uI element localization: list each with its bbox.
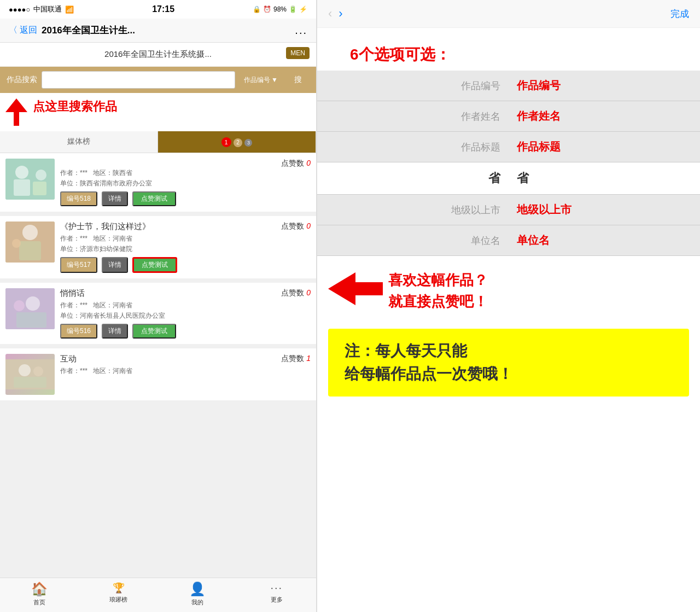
- work-thumbnail: [5, 288, 55, 329]
- option-left-label: 单位名: [328, 234, 517, 247]
- work-title: 《护士节，我们这样过》: [60, 222, 150, 232]
- svg-rect-17: [14, 377, 46, 388]
- bottom-tab-more[interactable]: ··· 更多: [237, 581, 317, 607]
- tab-bar: 媒体榜 1 2 3: [0, 131, 316, 153]
- option-row-province[interactable]: 省 省: [317, 162, 700, 195]
- work-info: 《护士节，我们这样过》 点赞数 0 作者：*** 地区：河南省 单位：济源市妇幼…: [60, 222, 311, 273]
- option-row-author-name[interactable]: 作者姓名 作者姓名: [317, 101, 700, 132]
- back-arrow[interactable]: ‹: [328, 7, 332, 21]
- detail-button[interactable]: 详情: [102, 191, 128, 206]
- like-button[interactable]: 点赞测试: [132, 324, 176, 339]
- menu-button[interactable]: MEN: [286, 47, 310, 59]
- nav-bar: 〈 返回 2016年全国卫生计生... ...: [0, 19, 316, 43]
- right-arrow-icon: [328, 272, 383, 305]
- work-item: 互动 点赞数 1 作者：*** 地区：河南省: [0, 348, 316, 400]
- done-button[interactable]: 完成: [670, 8, 689, 20]
- work-unit: 单位：济源市妇幼保健院: [60, 244, 311, 254]
- more-button[interactable]: ...: [295, 24, 307, 37]
- svg-point-9: [12, 239, 21, 248]
- work-item: 悄悄话 点赞数 0 作者：*** 地区：河南省 单位：河南省长垣县人民医院办公室…: [0, 283, 316, 344]
- work-actions: 编号517 详情 点赞测试: [60, 257, 311, 273]
- option-left-label: 地级以上市: [328, 203, 517, 217]
- like-button[interactable]: 点赞测试: [132, 191, 176, 206]
- search-label: 作品搜索: [7, 75, 37, 85]
- svg-point-12: [14, 300, 25, 311]
- bottom-tab-home[interactable]: 🏠 首页: [0, 581, 79, 607]
- works-list: 点赞数 0 作者：*** 地区：陕西省 单位：陕西省渭南市政府办公室 编号518…: [0, 153, 316, 578]
- like-button-highlighted[interactable]: 点赞测试: [132, 257, 177, 273]
- left-panel: ●●●●○ 中国联通 📶 17:15 🔒 ⏰ 98% 🔋 ⚡ 〈 返回 2016…: [0, 0, 317, 612]
- work-id-button[interactable]: 编号517: [60, 257, 97, 273]
- svg-rect-5: [33, 182, 46, 195]
- note-text: 注：每人每天只能 给每幅作品点一次赞哦！: [345, 340, 673, 386]
- work-actions: 编号516 详情 点赞测试: [60, 324, 311, 339]
- bottom-tab-profile[interactable]: 👤 我的: [158, 581, 237, 607]
- option-row-work-title[interactable]: 作品标题 作品标题: [317, 132, 700, 162]
- work-item: 《护士节，我们这样过》 点赞数 0 作者：*** 地区：河南省 单位：济源市妇幼…: [0, 216, 316, 278]
- detail-button[interactable]: 详情: [102, 324, 128, 339]
- note-section: 注：每人每天只能 给每幅作品点一次赞哦！: [328, 329, 689, 397]
- alarm-icon: ⏰: [263, 5, 271, 13]
- svg-rect-13: [16, 312, 46, 328]
- svg-rect-3: [14, 179, 30, 196]
- work-likes: 点赞数 0: [281, 288, 311, 301]
- battery-percent: 98%: [273, 5, 287, 13]
- nav-arrows: ‹ ›: [328, 7, 343, 21]
- work-author: 作者：*** 地区：河南省: [60, 234, 311, 243]
- bottom-tab-ranking[interactable]: 🏆 琅琊榜: [79, 581, 159, 607]
- option-left-label: 省: [328, 170, 517, 186]
- signal-dots: ●●●●○: [9, 5, 30, 14]
- home-icon: 🏠: [31, 581, 48, 597]
- svg-point-7: [22, 225, 38, 240]
- work-info: 互动 点赞数 1 作者：*** 地区：河南省: [60, 354, 311, 377]
- carrier-name: 中国联通: [33, 4, 62, 14]
- ranking-icon: 🏆: [113, 581, 125, 594]
- status-bar: ●●●●○ 中国联通 📶 17:15 🔒 ⏰ 98% 🔋 ⚡: [0, 0, 316, 19]
- status-left: ●●●●○ 中国联通 📶: [9, 4, 74, 14]
- right-content: 6个选项可选： 作品编号 作品编号 作者姓名 作者姓名 作品标题 作品标题 省: [317, 28, 700, 612]
- app-header: 2016年全国卫生计生系统摄... MEN: [0, 43, 316, 67]
- options-list: 作品编号 作品编号 作者姓名 作者姓名 作品标题 作品标题 省 省 地级以上市: [317, 71, 700, 256]
- work-item: 点赞数 0 作者：*** 地区：陕西省 单位：陕西省渭南市政府办公室 编号518…: [0, 153, 316, 212]
- option-row-work-id[interactable]: 作品编号 作品编号: [317, 71, 700, 101]
- options-title: 6个选项可选：: [334, 33, 684, 71]
- up-arrow-icon: [5, 98, 27, 126]
- svg-point-4: [36, 170, 46, 180]
- work-thumbnail: [5, 159, 55, 200]
- detail-button[interactable]: 详情: [102, 257, 128, 273]
- thumb-image-3: [5, 288, 55, 329]
- right-panel: ‹ › 完成 6个选项可选： 作品编号 作品编号 作者姓名 作者姓名: [317, 0, 700, 612]
- option-row-city[interactable]: 地级以上市 地级以上市: [317, 195, 700, 225]
- work-likes: 点赞数 1: [281, 354, 311, 366]
- time-display: 17:15: [152, 4, 174, 14]
- forward-arrow[interactable]: ›: [339, 7, 342, 21]
- work-author: 作者：*** 地区：陕西省: [60, 168, 311, 178]
- profile-icon: 👤: [189, 581, 206, 597]
- page-title: 2016年全国卫生计生...: [42, 24, 290, 37]
- back-button[interactable]: 〈 返回: [9, 25, 37, 36]
- charging-icon: ⚡: [299, 5, 307, 13]
- work-actions: 编号518 详情 点赞测试: [60, 191, 311, 206]
- tab-ranking[interactable]: 1 2 3: [158, 131, 316, 153]
- ranking-numbers: 1 2 3: [221, 137, 253, 146]
- tab-media-ranking[interactable]: 媒体榜: [0, 131, 158, 153]
- option-right-label: 作者姓名: [517, 109, 689, 124]
- svg-point-16: [33, 366, 43, 376]
- bottom-tab-bar: 🏠 首页 🏆 琅琊榜 👤 我的 ··· 更多: [0, 578, 316, 612]
- home-tab-label: 首页: [33, 598, 45, 607]
- battery-icon: 🔋: [289, 5, 297, 13]
- svg-point-11: [26, 296, 40, 311]
- work-id-button[interactable]: 编号518: [60, 191, 97, 206]
- option-right-label: 省: [517, 170, 689, 186]
- search-type-dropdown[interactable]: 作品编号 ▼: [240, 73, 282, 87]
- option-row-unit-name[interactable]: 单位名 单位名: [317, 225, 700, 256]
- work-unit: 单位：陕西省渭南市政府办公室: [60, 179, 311, 188]
- back-label: 返回: [20, 25, 37, 36]
- search-submit-button[interactable]: 搜: [287, 72, 310, 88]
- search-type-label: 作品编号: [244, 75, 270, 85]
- option-left-label: 作品编号: [328, 79, 517, 92]
- app-header-title: 2016年全国卫生计生系统摄...: [104, 49, 212, 59]
- work-info: 点赞数 0 作者：*** 地区：陕西省 单位：陕西省渭南市政府办公室 编号518…: [60, 159, 311, 206]
- work-id-button[interactable]: 编号516: [60, 324, 97, 339]
- work-info: 悄悄话 点赞数 0 作者：*** 地区：河南省 单位：河南省长垣县人民医院办公室…: [60, 288, 311, 339]
